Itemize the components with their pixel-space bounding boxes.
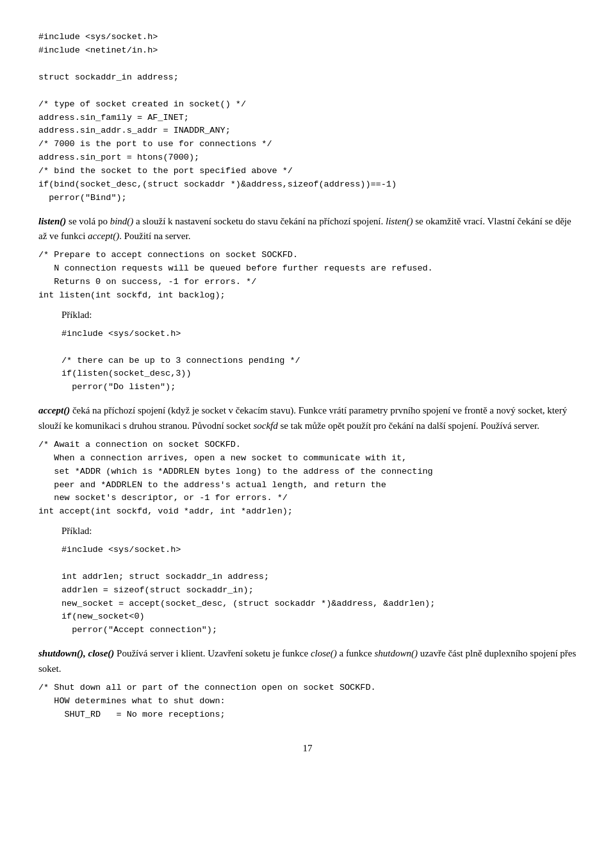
- code-block-6: /* Shut down all or part of the connecti…: [38, 681, 577, 722]
- shutdown-funcname: shutdown(), close(): [38, 648, 114, 658]
- shutdown-intro: shutdown(), close() Používá server i kli…: [38, 646, 577, 676]
- code-block-3: #include <sys/socket.h> /* there can be …: [62, 328, 577, 395]
- accept-funcname: accept(): [38, 405, 70, 415]
- code-block-1: #include <sys/socket.h> #include <netine…: [38, 31, 577, 205]
- code-block-2: /* Prepare to accept connections on sock…: [38, 249, 577, 303]
- accept-intro-text: čeká na příchozí spojení (když je socket…: [38, 405, 567, 430]
- code-block-5: #include <sys/socket.h> int addrlen; str…: [62, 544, 577, 637]
- shutdown-intro-text: Používá server i klient. Uzavření soketu…: [38, 648, 576, 673]
- listen-intro: listen() se volá po bind() a slouží k na…: [38, 214, 577, 244]
- listen-funcname: listen(): [38, 216, 66, 226]
- listen-intro-text: se volá po bind() a slouží k nastavení s…: [38, 216, 571, 241]
- priklad-2-label: Příklad:: [62, 524, 577, 538]
- code-block-4: /* Await a connection on socket SOCKFD. …: [38, 438, 577, 519]
- accept-intro: accept() čeká na příchozí spojení (když …: [38, 403, 577, 433]
- priklad-1-label: Příklad:: [62, 308, 577, 322]
- page-number: 17: [38, 741, 577, 756]
